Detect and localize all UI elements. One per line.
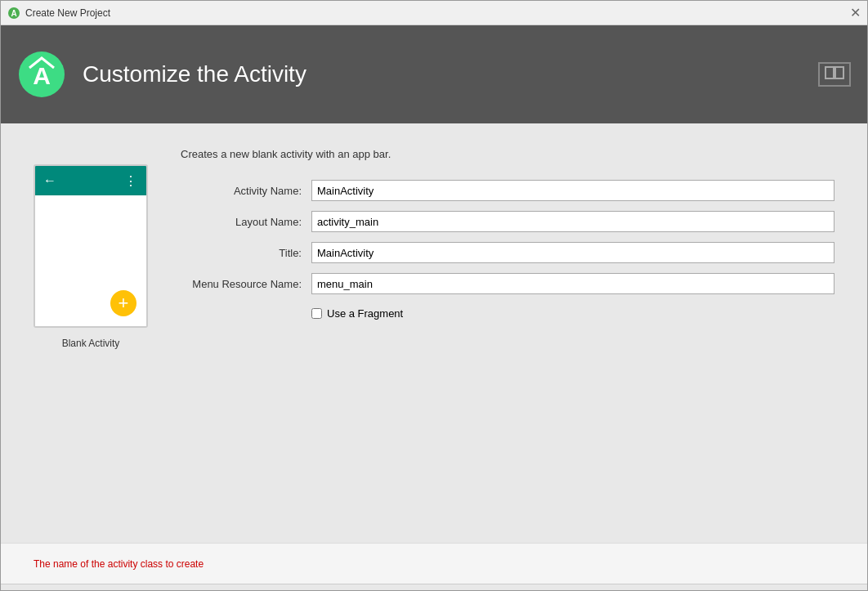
- phone-back-icon: ←: [43, 173, 56, 188]
- phone-menu-icon: ⋮: [124, 173, 138, 189]
- content-area: ← ⋮ + Blank Activity Creates a new blank…: [34, 140, 834, 526]
- description-text: Creates a new blank activity with an app…: [181, 148, 834, 160]
- use-fragment-checkbox[interactable]: [311, 308, 322, 319]
- layout-name-label: Layout Name:: [181, 216, 311, 228]
- footer: Previous Next Cancel Finish: [1, 584, 867, 591]
- phone-preview: ← ⋮ +: [34, 164, 148, 328]
- app-icon: A: [7, 7, 20, 20]
- menu-resource-label: Menu Resource Name:: [181, 278, 311, 290]
- layout-name-input[interactable]: [311, 211, 834, 232]
- title-row: Title:: [181, 242, 834, 263]
- layout-preview-icon[interactable]: [818, 62, 851, 87]
- android-studio-logo: A: [17, 50, 66, 99]
- window-layout-icon: [825, 66, 844, 83]
- window-title: Create New Project: [25, 7, 110, 19]
- phone-content: +: [35, 195, 146, 326]
- title-bar: A Create New Project ✕: [1, 1, 867, 25]
- activity-name-label: Activity Name:: [181, 185, 311, 197]
- left-panel: ← ⋮ + Blank Activity: [34, 140, 148, 526]
- fragment-checkbox-row: Use a Fragment: [311, 307, 834, 320]
- title-label: Title:: [181, 247, 311, 259]
- phone-fab-button: +: [110, 290, 136, 316]
- layout-name-row: Layout Name:: [181, 211, 834, 232]
- menu-resource-input[interactable]: [311, 273, 834, 294]
- menu-resource-row: Menu Resource Name:: [181, 273, 834, 294]
- activity-type-label: Blank Activity: [62, 338, 120, 349]
- right-panel: Creates a new blank activity with an app…: [181, 140, 834, 526]
- page-title: Customize the Activity: [83, 61, 306, 87]
- header: A Customize the Activity: [1, 25, 867, 123]
- close-button[interactable]: ✕: [849, 7, 861, 19]
- svg-rect-4: [825, 67, 834, 78]
- activity-name-input[interactable]: [311, 180, 834, 201]
- titlebar-left: A Create New Project: [7, 7, 110, 20]
- use-fragment-label[interactable]: Use a Fragment: [327, 307, 403, 320]
- main-content: ← ⋮ + Blank Activity Creates a new blank…: [1, 123, 867, 543]
- phone-toolbar: ← ⋮: [35, 166, 146, 195]
- svg-text:A: A: [11, 9, 16, 18]
- svg-rect-5: [835, 67, 843, 78]
- info-message: The name of the activity class to create: [34, 558, 204, 570]
- svg-text:A: A: [33, 62, 51, 89]
- header-left: A Customize the Activity: [17, 50, 306, 99]
- info-bar: The name of the activity class to create: [1, 543, 867, 584]
- title-input[interactable]: [311, 242, 834, 263]
- activity-name-row: Activity Name:: [181, 180, 834, 201]
